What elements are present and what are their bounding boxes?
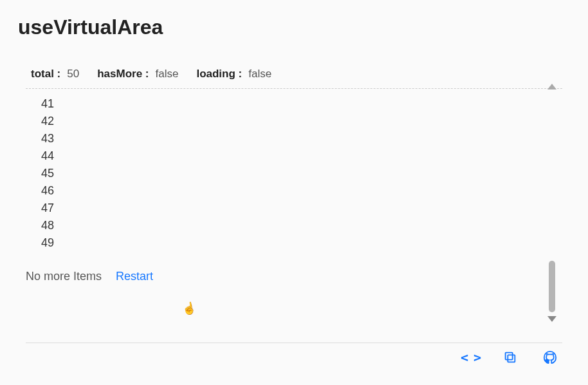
demo-panel: total : 50 hasMore : false loading : fal…	[26, 68, 562, 283]
list-item: 48	[41, 217, 562, 234]
no-more-text: No more Items	[26, 270, 102, 283]
divider	[26, 343, 562, 343]
status-total-value: 50	[67, 68, 79, 80]
list-item: 49	[41, 234, 562, 252]
list-item: 44	[41, 147, 562, 165]
list-item: 46	[41, 182, 562, 200]
code-icon[interactable]: < >	[463, 350, 477, 364]
action-bar: < >	[463, 350, 557, 364]
scrollbar[interactable]	[544, 84, 560, 322]
status-total-label: total :	[31, 68, 60, 80]
svg-rect-1	[506, 353, 513, 360]
status-hasmore-value: false	[156, 68, 179, 80]
restart-link[interactable]: Restart	[116, 270, 153, 283]
list-item: 47	[41, 200, 562, 217]
scroll-up-arrow-icon[interactable]	[547, 84, 556, 89]
svg-rect-0	[508, 355, 515, 362]
scroll-down-arrow-icon[interactable]	[547, 316, 556, 322]
status-loading-label: loading :	[196, 68, 242, 80]
status-hasmore-label: hasMore :	[97, 68, 149, 80]
copy-icon[interactable]	[503, 350, 517, 364]
status-loading-value: false	[248, 68, 271, 80]
page-title: useVirtualArea	[0, 0, 588, 39]
list-item: 41	[41, 95, 562, 113]
list-item: 43	[41, 130, 562, 147]
github-icon[interactable]	[543, 350, 557, 364]
virtual-list[interactable]: 41 42 43 44 45 46 47 48 49	[26, 89, 562, 252]
list-footer: No more Items Restart	[26, 252, 562, 283]
cursor-hand-icon: ☝	[181, 300, 197, 316]
list-item: 45	[41, 165, 562, 182]
status-bar: total : 50 hasMore : false loading : fal…	[26, 68, 562, 89]
list-item: 42	[41, 113, 562, 130]
scroll-thumb[interactable]	[549, 261, 555, 312]
scroll-track[interactable]	[549, 93, 555, 312]
